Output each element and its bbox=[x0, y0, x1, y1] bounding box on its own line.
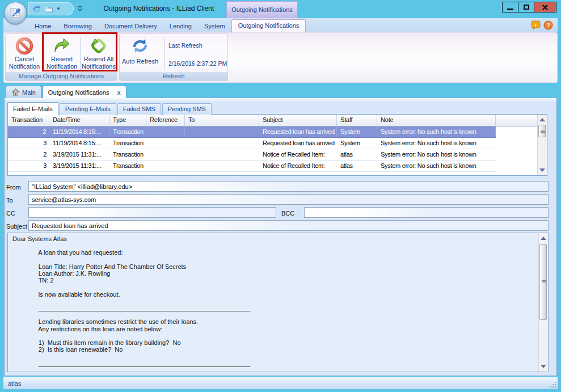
svg-text:i: i bbox=[535, 22, 537, 28]
email-body-text[interactable]: Dear Systems Atlas A loan that you had r… bbox=[12, 235, 537, 370]
context-tab-group-header: Outgoing Notifications bbox=[226, 1, 298, 18]
cancel-icon bbox=[15, 37, 33, 55]
bcc-label: BCC bbox=[281, 210, 294, 217]
last-refresh-label: Last Refresh bbox=[168, 42, 203, 49]
col-reference[interactable]: Reference bbox=[146, 115, 185, 126]
tab-system[interactable]: System bbox=[198, 20, 231, 32]
subtab-pending-sms[interactable]: Pending SMS bbox=[162, 103, 212, 115]
highlight-rectangle bbox=[42, 32, 117, 71]
subtab-pending-emails[interactable]: Pending E-Mails bbox=[60, 103, 116, 115]
maximize-button[interactable] bbox=[518, 2, 534, 12]
status-text: atlas bbox=[8, 380, 21, 387]
col-staff[interactable]: Staff bbox=[337, 115, 377, 126]
cc-field[interactable] bbox=[28, 207, 276, 218]
table-header: Transaction Date/Time Type Reference To … bbox=[8, 115, 537, 127]
grid-rows: 211/19/2014 8:15:...TransactionRequested… bbox=[8, 127, 547, 172]
col-filler bbox=[496, 115, 537, 126]
qat-customize-icon[interactable] bbox=[76, 5, 84, 12]
from-label: From bbox=[6, 184, 21, 191]
info-icon[interactable]: i bbox=[531, 20, 541, 30]
folder-icon[interactable] bbox=[44, 5, 53, 14]
last-refresh-value: 2/16/2016 2:37:22 PM bbox=[168, 60, 227, 67]
email-body-box: Dear Systems Atlas A loan that you had r… bbox=[7, 233, 549, 372]
tab-document-delivery[interactable]: Document Delivery bbox=[98, 20, 163, 32]
table-row[interactable]: 23/19/2015 11:31:...TransactionNotice of… bbox=[8, 149, 496, 161]
status-bar: atlas bbox=[3, 377, 558, 389]
table-row[interactable]: 33/19/2015 11:31:...TransactionNotice of… bbox=[8, 161, 496, 172]
resize-grip-icon[interactable] bbox=[549, 381, 556, 387]
subject-label: Subject bbox=[6, 223, 27, 230]
col-transaction[interactable]: Transaction bbox=[8, 115, 49, 126]
quick-access-toolbar: ▼ bbox=[28, 2, 74, 15]
subject-field[interactable]: Requested loan has arrived bbox=[28, 220, 549, 231]
close-button[interactable] bbox=[534, 2, 556, 12]
cancel-notification-button[interactable]: CancelNotification bbox=[6, 35, 43, 73]
col-subject[interactable]: Subject bbox=[259, 115, 337, 126]
doc-tab-outgoing-notifications[interactable]: Outgoing Notifications x bbox=[43, 86, 126, 98]
scroll-up-icon[interactable] bbox=[539, 234, 548, 243]
table-row[interactable]: 311/19/2014 8:15:...TransactionRequested… bbox=[8, 138, 496, 149]
svg-text:?: ? bbox=[546, 22, 550, 28]
illiad-logo-icon bbox=[9, 6, 22, 20]
body-scrollbar[interactable] bbox=[538, 233, 548, 372]
tab-lending[interactable]: Lending bbox=[163, 20, 198, 32]
bcc-field[interactable] bbox=[304, 207, 549, 218]
to-field[interactable]: service@atlas-sys.com bbox=[28, 194, 549, 205]
tab-home[interactable]: Home bbox=[28, 20, 57, 32]
scrollbar-thumb[interactable] bbox=[539, 244, 547, 320]
auto-refresh-button[interactable]: Auto Refresh bbox=[121, 35, 159, 73]
group-label: Manage Outgoing Notifications bbox=[6, 72, 117, 81]
application-menu-button[interactable] bbox=[4, 2, 27, 24]
col-note[interactable]: Note bbox=[377, 115, 496, 126]
ribbon-group-refresh: Auto Refresh Last Refresh 2/16/2016 2:37… bbox=[119, 33, 228, 81]
notifications-table: Transaction Date/Time Type Reference To … bbox=[7, 114, 547, 176]
folder-dropdown-icon[interactable]: ▼ bbox=[56, 6, 61, 11]
col-to[interactable]: To bbox=[185, 115, 259, 126]
table-row[interactable]: 211/19/2014 8:15:...TransactionRequested… bbox=[8, 127, 496, 138]
grid-scrollbar[interactable] bbox=[537, 115, 547, 175]
minimize-button[interactable] bbox=[503, 2, 518, 12]
col-type[interactable]: Type bbox=[109, 115, 146, 126]
from-field[interactable]: "ILLiad System" <illiad@library.edu> bbox=[28, 181, 549, 192]
scroll-down-icon[interactable] bbox=[539, 362, 548, 371]
window-title: Outgoing Notifications - ILLiad Client bbox=[96, 5, 221, 12]
application-window: ▼ Outgoing Notifications - ILLiad Client… bbox=[0, 0, 561, 392]
home-icon bbox=[11, 88, 20, 96]
subtab-failed-emails[interactable]: Failed E-Mails bbox=[7, 102, 58, 115]
col-datetime[interactable]: Date/Time bbox=[49, 115, 109, 126]
window-controls bbox=[502, 2, 556, 12]
group-label: Refresh bbox=[120, 72, 227, 81]
doc-tab-main[interactable]: Main bbox=[6, 86, 41, 98]
refresh-icon[interactable] bbox=[32, 5, 41, 14]
subtab-failed-sms[interactable]: Failed SMS bbox=[117, 103, 161, 115]
help-icon[interactable]: ? bbox=[543, 20, 553, 30]
scroll-up-icon[interactable] bbox=[538, 115, 547, 124]
tab-outgoing-notifications[interactable]: Outgoing Notifications bbox=[231, 19, 306, 32]
auto-refresh-icon bbox=[131, 37, 149, 55]
scroll-down-icon[interactable] bbox=[538, 166, 547, 175]
scrollbar-thumb[interactable] bbox=[538, 125, 546, 137]
tab-close-icon[interactable]: x bbox=[117, 89, 120, 96]
cc-label: CC bbox=[6, 210, 15, 217]
to-label: To bbox=[6, 197, 13, 204]
tab-borrowing[interactable]: Borrowing bbox=[57, 20, 98, 32]
